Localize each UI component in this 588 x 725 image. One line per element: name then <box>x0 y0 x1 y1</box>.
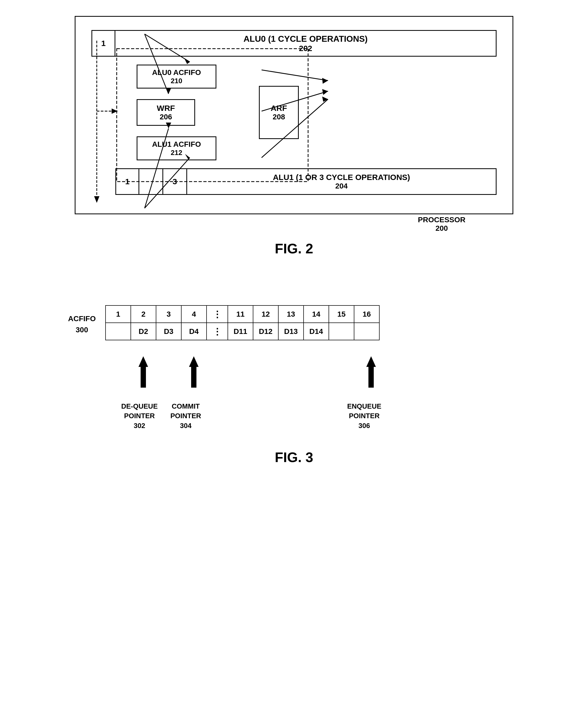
middle-area: ALU0 ACFIFO 210 WRF 206 ALU1 ACFIFO 212 … <box>136 65 497 160</box>
cell-top-3: 3 <box>156 306 181 323</box>
cell-bot-empty15 <box>329 323 354 340</box>
processor-boundary: 1 ALU0 (1 CYCLE OPERATIONS) 202 ALU0 ACF… <box>75 16 513 214</box>
fifo-wrf-group: ALU0 ACFIFO 210 WRF 206 ALU1 ACFIFO 212 <box>136 65 216 160</box>
svg-marker-19 <box>139 356 148 367</box>
cell-top-16: 16 <box>354 306 379 323</box>
fig3-inner: ACFIFO 300 1 2 3 4 ⋮ 11 12 13 14 15 16 <box>68 305 520 401</box>
queue-box-alu1-3: 3 <box>163 168 187 195</box>
cell-bot-d13: D13 <box>278 323 303 340</box>
arf-box: ARF 208 <box>259 86 299 139</box>
alu1-row: 1 3 ALU1 (1 OR 3 CYCLE OPERATIONS) 204 <box>91 168 497 195</box>
alu0-row: 1 ALU0 (1 CYCLE OPERATIONS) 202 <box>91 30 497 57</box>
acfifo-table-wrapper: 1 2 3 4 ⋮ 11 12 13 14 15 16 D2 D3 D4 <box>105 305 520 340</box>
alu1-box: ALU1 (1 OR 3 CYCLE OPERATIONS) 204 <box>187 168 497 195</box>
table-row-bottom: D2 D3 D4 ⋮ D11 D12 D13 D14 <box>106 323 379 340</box>
cell-bot-d11: D11 <box>228 323 253 340</box>
dequeue-label: DE-QUEUEPOINTER 302 <box>121 401 158 431</box>
cell-bot-empty16 <box>354 323 379 340</box>
cell-bot-empty1 <box>106 323 131 340</box>
cell-top-ellipsis: ⋮ <box>207 306 228 323</box>
svg-marker-4 <box>185 59 190 64</box>
processor-label: PROCESSOR 200 <box>418 215 465 233</box>
cell-bot-d2: D2 <box>131 323 156 340</box>
queue-box-alu1-empty <box>139 168 163 195</box>
fig2-label: FIG. 2 <box>275 241 313 256</box>
svg-marker-18 <box>112 108 118 114</box>
table-row-top: 1 2 3 4 ⋮ 11 12 13 14 15 16 <box>106 306 379 323</box>
svg-rect-22 <box>191 366 196 388</box>
cell-bot-d4: D4 <box>181 323 207 340</box>
cell-bot-d14: D14 <box>303 323 329 340</box>
cell-top-12: 12 <box>253 306 278 323</box>
processor-label-area: PROCESSOR 200 <box>75 215 513 233</box>
cell-top-1: 1 <box>106 306 131 323</box>
fig3-arrows-svg <box>105 340 414 401</box>
enqueue-label: ENQUEUEPOINTER 306 <box>347 401 381 431</box>
cell-top-15: 15 <box>329 306 354 323</box>
cell-top-4: 4 <box>181 306 207 323</box>
wrf-box: WRF 206 <box>136 99 195 126</box>
alu1-acfifo-box: ALU1 ACFIFO 212 <box>136 137 216 160</box>
queue-box-alu0: 1 <box>91 30 115 57</box>
acfifo-table: 1 2 3 4 ⋮ 11 12 13 14 15 16 D2 D3 D4 <box>105 305 380 340</box>
cell-bot-d3: D3 <box>156 323 181 340</box>
commit-label: COMMITPOINTER 304 <box>170 401 201 431</box>
cell-top-11: 11 <box>228 306 253 323</box>
fig3-section: ACFIFO 300 1 2 3 4 ⋮ 11 12 13 14 15 16 <box>41 305 547 465</box>
svg-rect-20 <box>141 366 146 388</box>
svg-rect-24 <box>369 366 374 388</box>
fig3-label: FIG. 3 <box>275 449 313 465</box>
alu0-box: ALU0 (1 CYCLE OPERATIONS) 202 <box>115 30 497 57</box>
cell-top-13: 13 <box>278 306 303 323</box>
acfifo-label: ACFIFO 300 <box>68 313 96 335</box>
divider <box>41 288 547 289</box>
fig2-section: 1 ALU0 (1 CYCLE OPERATIONS) 202 ALU0 ACF… <box>41 16 547 272</box>
cell-bot-ellipsis: ⋮ <box>207 323 228 340</box>
svg-marker-2 <box>94 196 100 203</box>
svg-marker-21 <box>189 356 198 367</box>
queue-box-alu1-1: 1 <box>115 168 139 195</box>
cell-top-14: 14 <box>303 306 329 323</box>
alu0-acfifo-box: ALU0 ACFIFO 210 <box>136 65 216 88</box>
cell-top-2: 2 <box>131 306 156 323</box>
cell-bot-d12: D12 <box>253 323 278 340</box>
svg-marker-23 <box>366 356 376 367</box>
